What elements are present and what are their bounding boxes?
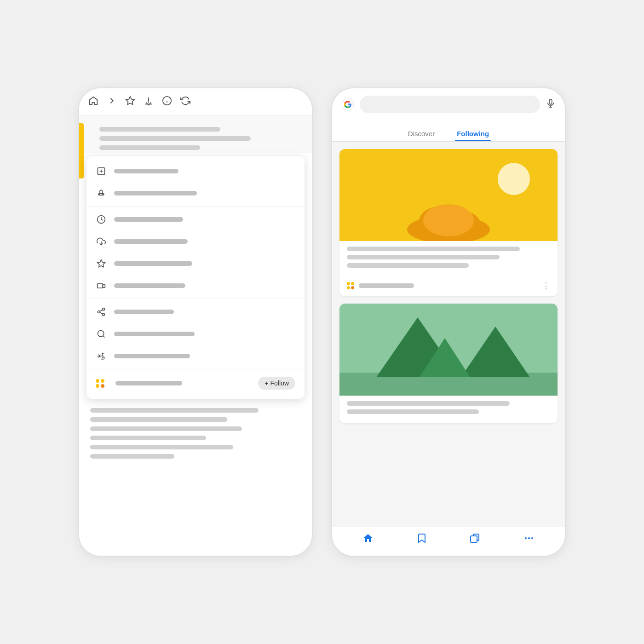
svg-line-19 [100, 312, 103, 314]
home-icon[interactable] [88, 96, 98, 108]
menu-item-translate[interactable] [86, 345, 305, 367]
tabs-bar: Discover Following [332, 121, 565, 142]
svg-point-18 [103, 313, 105, 316]
phone-left: + Follow [78, 87, 313, 557]
menu-item-bookmarks[interactable] [86, 253, 305, 275]
incognito-icon [96, 188, 107, 199]
menu-text [114, 310, 174, 314]
find-icon [96, 328, 107, 339]
menu-text [114, 239, 188, 244]
card-weather: ⋮ [339, 149, 558, 296]
tab-following[interactable]: Following [455, 126, 491, 141]
menu-item-follow[interactable]: + Follow [86, 371, 305, 395]
bottom-navigation [332, 527, 565, 556]
nav-more-icon[interactable] [523, 533, 535, 546]
mountain-right [461, 327, 530, 377]
svg-point-32 [525, 537, 527, 539]
svg-point-16 [103, 308, 105, 310]
card-landscape [339, 304, 558, 423]
card-body-landscape [339, 396, 558, 423]
below-menu-lines [79, 402, 312, 469]
more-options-icon[interactable]: ⋮ [542, 281, 550, 291]
tab-discover[interactable]: Discover [406, 126, 437, 141]
card-image-landscape [339, 304, 558, 396]
svg-rect-14 [98, 284, 103, 288]
source-dots [347, 282, 354, 289]
info-icon[interactable] [162, 96, 172, 108]
google-logo [341, 98, 354, 111]
svg-point-30 [423, 204, 474, 236]
svg-point-10 [102, 194, 104, 195]
cloud-illustration [402, 190, 494, 241]
svg-rect-15 [103, 285, 105, 288]
news-feed: ⋮ [332, 142, 565, 527]
download-icon[interactable] [144, 96, 154, 108]
main-container: + Follow [51, 60, 593, 584]
page-lines-top [90, 127, 301, 150]
share-icon [96, 306, 107, 317]
nav-bookmarks-icon[interactable] [416, 533, 427, 546]
sun-illustration [498, 163, 530, 195]
svg-point-21 [98, 331, 104, 337]
menu-text [114, 169, 178, 173]
card-footer-weather: ⋮ [339, 277, 558, 296]
new-tab-icon [96, 166, 107, 177]
menu-text [115, 381, 182, 385]
svg-point-17 [98, 311, 100, 313]
menu-text [114, 283, 185, 288]
menu-divider [86, 369, 305, 369]
svg-rect-24 [549, 99, 552, 104]
menu-text [114, 191, 197, 196]
card-text-line [347, 409, 479, 414]
svg-point-34 [531, 537, 533, 539]
follow-dots-icon [96, 379, 104, 388]
svg-point-9 [99, 194, 100, 195]
refresh-icon[interactable] [180, 96, 190, 108]
card-image-weather [339, 149, 558, 241]
search-input[interactable] [360, 96, 540, 113]
card-text-line [347, 255, 500, 259]
svg-point-33 [528, 537, 530, 539]
menu-text [114, 261, 192, 266]
source-text [359, 283, 414, 288]
svg-rect-31 [471, 536, 477, 542]
browser-toolbar [79, 88, 312, 116]
translate-icon [96, 351, 107, 362]
nav-home-icon[interactable] [362, 533, 374, 546]
context-menu: + Follow [86, 156, 305, 399]
svg-marker-0 [126, 97, 134, 104]
nav-tabs-icon[interactable] [470, 533, 481, 546]
phone-right: Discover Following [331, 87, 566, 557]
mic-icon[interactable] [546, 98, 556, 111]
menu-item-devices[interactable] [86, 275, 305, 297]
bookmark-tab [79, 123, 84, 178]
menu-item-share[interactable] [86, 301, 305, 323]
svg-point-7 [100, 190, 103, 193]
menu-divider [86, 206, 305, 207]
card-text-line [347, 247, 520, 251]
mountain-mid [420, 338, 470, 377]
svg-line-22 [103, 336, 105, 338]
devices-icon [96, 280, 107, 291]
forward-icon[interactable] [107, 96, 117, 108]
menu-text [114, 354, 190, 358]
menu-item-downloads[interactable] [86, 230, 305, 253]
svg-line-20 [100, 310, 103, 311]
menu-text [114, 217, 183, 222]
menu-text [114, 332, 195, 336]
card-text-line [347, 401, 510, 406]
bookmark-icon[interactable] [125, 96, 135, 108]
follow-button[interactable]: + Follow [258, 377, 295, 390]
menu-item-incognito[interactable] [86, 182, 305, 204]
downloads-icon [96, 236, 107, 247]
menu-item-find[interactable] [86, 323, 305, 345]
card-body-weather [339, 241, 558, 277]
page-background [79, 116, 312, 153]
menu-item-history[interactable] [86, 208, 305, 230]
menu-item-new-tab[interactable] [86, 160, 305, 182]
menu-divider [86, 299, 305, 299]
history-icon [96, 214, 107, 225]
bookmarks-icon [96, 258, 107, 269]
search-bar [332, 88, 565, 121]
card-text-line [347, 263, 469, 268]
